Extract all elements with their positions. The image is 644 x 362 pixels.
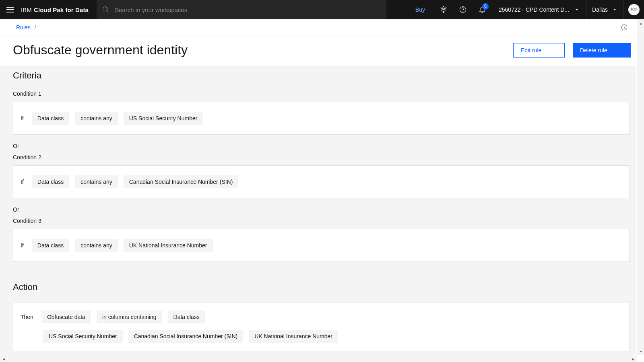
avatar-area: SR <box>623 0 644 19</box>
top-navbar: IBM Cloud Pak for Data Buy 6 2560722 - C… <box>0 0 644 19</box>
brand[interactable]: IBM Cloud Pak for Data <box>21 6 97 13</box>
condition-card: If Data class contains any Canadian Soci… <box>13 165 630 198</box>
action-subject-chip: Data class <box>168 311 205 323</box>
chevron-down-icon <box>612 7 617 12</box>
scroll-up-arrow[interactable]: ▴ <box>637 19 644 27</box>
action-scope-chip: in columns containing <box>97 311 162 323</box>
brand-light: IBM <box>21 6 32 13</box>
operator-chip: contains any <box>75 112 118 125</box>
title-actions: Edit rule Delete rule <box>513 43 631 58</box>
subject-chip: Data class <box>32 112 69 125</box>
help-button[interactable] <box>453 0 473 19</box>
help-icon <box>459 6 467 14</box>
title-row: Obfuscate government identity Edit rule … <box>0 35 644 66</box>
breadcrumb-root[interactable]: Rules <box>16 24 31 31</box>
notification-badge: 6 <box>482 3 489 10</box>
search-input[interactable] <box>115 6 381 13</box>
condition-label: Condition 3 <box>13 218 632 224</box>
subject-chip: Data class <box>32 239 69 252</box>
action-row-2: US Social Security Number Canadian Socia… <box>21 330 622 343</box>
region-switcher[interactable]: Dallas <box>586 0 623 19</box>
chevron-down-icon <box>574 7 580 12</box>
menu-button[interactable] <box>0 0 21 19</box>
region-label: Dallas <box>592 6 608 13</box>
scroll-down-arrow[interactable]: ▾ <box>637 348 644 355</box>
subject-chip: Data class <box>32 175 69 188</box>
topbar-right: Buy 6 2560722 - CPD Content D... Dallas … <box>407 0 644 19</box>
if-keyword: If <box>21 115 26 121</box>
notifications-button[interactable]: 6 <box>473 0 492 19</box>
action-value-chip: Canadian Social Insurance Number (SIN) <box>128 330 244 343</box>
criteria-heading: Criteria <box>13 70 632 81</box>
vertical-scrollbar[interactable]: ▴ ▾ <box>637 19 644 355</box>
search-icon <box>102 6 109 13</box>
action-heading: Action <box>13 282 632 292</box>
then-keyword: Then <box>21 314 36 320</box>
value-chip: US Social Security Number <box>124 112 203 125</box>
hamburger-icon <box>6 6 14 14</box>
breadcrumb-bar: Rules / <box>0 19 644 35</box>
or-separator: Or <box>13 206 632 213</box>
horizontal-scrollbar[interactable]: ◂ ▸ <box>0 355 637 362</box>
svg-point-3 <box>624 26 624 26</box>
account-label: 2560722 - CPD Content D... <box>499 6 569 13</box>
signpost-icon <box>440 6 448 14</box>
condition-label: Condition 1 <box>13 90 632 97</box>
condition-label: Condition 2 <box>13 154 632 160</box>
guided-tour-button[interactable] <box>434 0 453 19</box>
buy-link[interactable]: Buy <box>407 0 434 19</box>
info-icon[interactable] <box>621 24 628 31</box>
condition-card: If Data class contains any US Social Sec… <box>13 102 630 135</box>
action-value-chip: UK National Insurance Number <box>249 330 338 343</box>
if-keyword: If <box>21 242 26 249</box>
operator-chip: contains any <box>75 239 118 252</box>
condition-card: If Data class contains any UK National I… <box>13 229 630 262</box>
breadcrumb: Rules / <box>16 24 36 31</box>
action-section: Action Then Obfuscate data in columns co… <box>13 282 632 352</box>
operator-chip: contains any <box>75 175 118 188</box>
scroll-right-arrow[interactable]: ▸ <box>630 355 637 362</box>
value-chip: UK National Insurance Number <box>124 239 213 252</box>
svg-rect-4 <box>624 27 624 29</box>
scroll-left-arrow[interactable]: ◂ <box>0 355 7 362</box>
main-content: Criteria Condition 1 If Data class conta… <box>0 66 636 362</box>
if-keyword: If <box>21 179 26 185</box>
account-switcher[interactable]: 2560722 - CPD Content D... <box>492 0 586 19</box>
brand-bold: Cloud Pak for Data <box>34 6 89 13</box>
action-value-chip: US Social Security Number <box>43 330 123 343</box>
action-row-1: Then Obfuscate data in columns containin… <box>21 311 622 323</box>
value-chip: Canadian Social Insurance Number (SIN) <box>124 175 239 188</box>
edit-rule-button[interactable]: Edit rule <box>513 43 565 58</box>
svg-point-1 <box>462 11 463 12</box>
global-search[interactable] <box>97 0 386 19</box>
page-title: Obfuscate government identity <box>13 43 188 58</box>
or-separator: Or <box>13 143 632 149</box>
action-card: Then Obfuscate data in columns containin… <box>13 302 630 352</box>
delete-rule-button[interactable]: Delete rule <box>573 43 631 58</box>
action-verb-chip: Obfuscate data <box>41 311 91 323</box>
breadcrumb-sep: / <box>35 24 36 31</box>
user-avatar[interactable]: SR <box>628 4 640 15</box>
